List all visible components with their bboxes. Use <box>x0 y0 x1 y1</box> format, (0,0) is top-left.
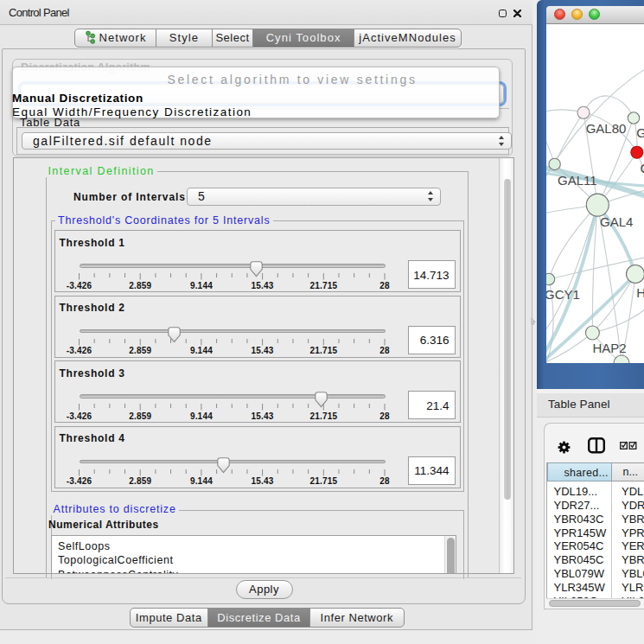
svg-text:C...: C... <box>640 161 644 175</box>
svg-text:GAL4: GAL4 <box>600 214 633 229</box>
svg-text:HAP2: HAP2 <box>592 340 626 354</box>
svg-text:GCY1: GCY1 <box>546 286 580 301</box>
svg-text:GAL11: GAL11 <box>558 173 597 188</box>
svg-text:H: H <box>636 285 644 300</box>
svg-text:GAL80: GAL80 <box>585 121 626 136</box>
svg-text:G...: G... <box>636 124 644 139</box>
